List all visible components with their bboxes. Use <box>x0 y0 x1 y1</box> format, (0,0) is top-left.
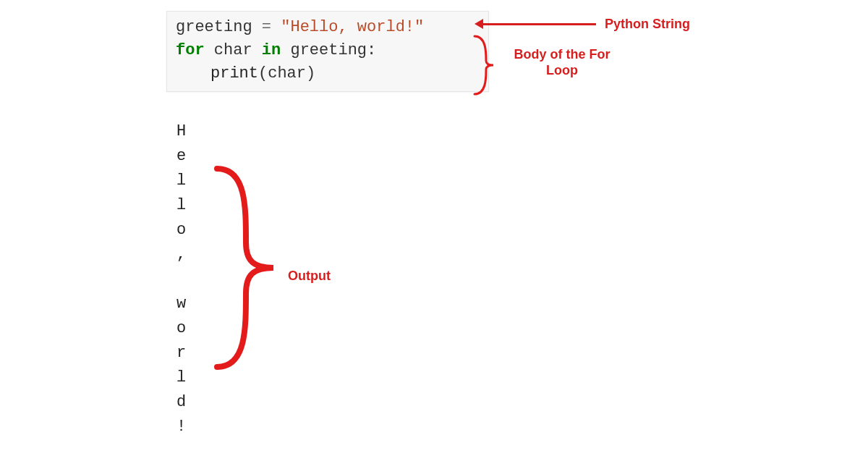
output-char: o <box>176 218 186 242</box>
paren-open: ( <box>258 64 268 83</box>
iter-greeting: greeting: <box>281 41 376 59</box>
output-char: e <box>176 144 186 169</box>
output-char: , <box>176 242 186 267</box>
output-char: w <box>176 292 186 316</box>
output-char: ! <box>176 415 186 439</box>
output-list: Hello,world! <box>176 119 186 439</box>
annot-python-string: Python String <box>605 16 690 32</box>
code-line-1: greeting = "Hello, world!" <box>176 16 480 39</box>
equals-op: = <box>252 18 281 36</box>
output-char: l <box>176 169 186 193</box>
annot-body-loop: Body of the For Loop <box>501 46 624 78</box>
arg-char: char <box>268 64 306 83</box>
output-char: o <box>176 316 186 341</box>
output-char: l <box>176 366 186 390</box>
annot-output: Output <box>288 268 331 284</box>
output-char: H <box>176 119 186 144</box>
brace-output-icon <box>210 163 282 373</box>
var-char: char <box>205 41 262 59</box>
arrow-head-icon <box>475 19 483 29</box>
brace-body-icon <box>472 33 501 97</box>
output-char <box>176 267 186 292</box>
string-literal: "Hello, world!" <box>281 18 424 36</box>
code-block: greeting = "Hello, world!" for char in g… <box>166 11 489 92</box>
code-line-3: print(char) <box>176 62 480 85</box>
var-greeting: greeting <box>176 18 252 36</box>
kw-for: for <box>176 41 205 59</box>
arrow-line <box>480 23 596 25</box>
fn-print: print <box>210 64 258 83</box>
output-char: l <box>176 193 186 218</box>
kw-in: in <box>262 41 281 59</box>
code-line-2: for char in greeting: <box>176 39 480 62</box>
output-char: d <box>176 390 186 415</box>
output-char: r <box>176 341 186 366</box>
paren-close: ) <box>306 64 315 83</box>
